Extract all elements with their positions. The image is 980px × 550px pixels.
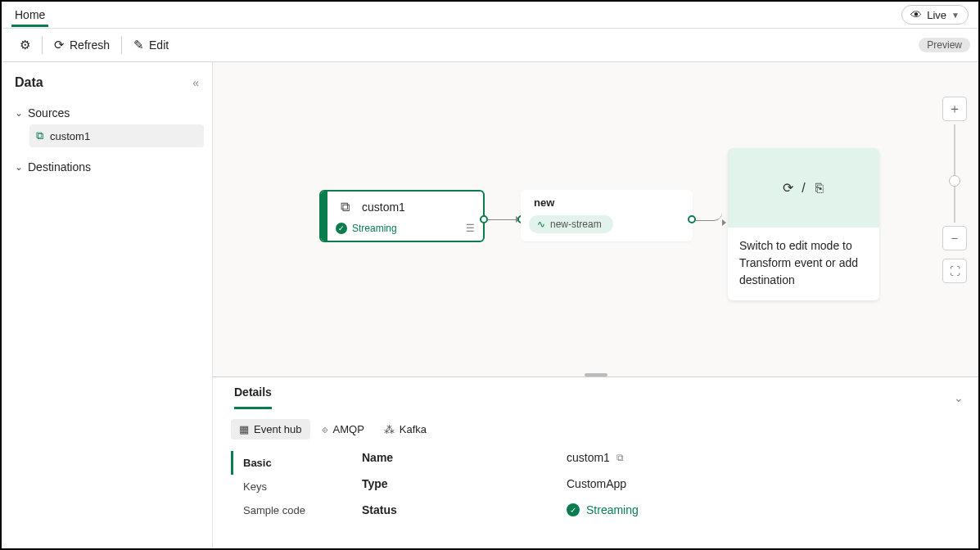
chevron-down-icon: ⌄ <box>15 161 23 173</box>
edge <box>488 219 517 220</box>
edit-icon: ✎ <box>133 38 144 52</box>
arrowhead-icon <box>722 219 726 226</box>
edge <box>696 211 722 221</box>
prop-name-label: Name <box>362 451 567 464</box>
sidebar-title: Data <box>15 75 43 90</box>
edit-button[interactable]: ✎ Edit <box>124 29 178 61</box>
eventhub-icon: ▦ <box>239 423 249 435</box>
details-panel: Details ⌄ ▦ Event hub ⟐ AMQP ⁂ Kafka <box>213 376 978 548</box>
node-status: Streaming <box>352 223 397 234</box>
node-output-port[interactable] <box>688 215 696 223</box>
protocol-tab-label: AMQP <box>333 423 364 435</box>
prop-status-label: Status <box>362 503 567 516</box>
node-title: custom1 <box>362 201 405 214</box>
preview-badge: Preview <box>919 38 970 52</box>
sidebar-destinations-header[interactable]: ⌄ Destinations <box>10 156 204 178</box>
node-destination-placeholder[interactable]: ⟳ / ⎘ Switch to edit mode to Transform e… <box>728 148 879 300</box>
node-title: new <box>534 196 684 209</box>
protocol-tab-label: Kafka <box>400 423 427 435</box>
divider <box>121 36 122 54</box>
divider <box>42 36 43 54</box>
edit-label: Edit <box>149 38 169 52</box>
subnav-keys[interactable]: Keys <box>231 475 337 498</box>
sidebar-sources-header[interactable]: ⌄ Sources <box>10 101 204 124</box>
stream-chip-label: new-stream <box>550 219 602 230</box>
stream-icon: ∿ <box>537 219 545 230</box>
kafka-icon: ⁂ <box>384 423 395 435</box>
flow-canvas[interactable]: ⧉ custom1 ✓ Streaming ☰ <box>213 62 978 376</box>
stream-chip[interactable]: ∿ new-stream <box>529 215 613 233</box>
sidebar-item-custom1[interactable]: ⧉ custom1 <box>29 124 204 147</box>
collapse-sidebar-icon[interactable]: « <box>192 76 199 89</box>
live-mode-toggle[interactable]: 👁 Live ▼ <box>901 5 969 25</box>
output-icon: ⎘ <box>812 181 827 196</box>
source-icon: ⧉ <box>36 129 43 142</box>
prop-type-label: Type <box>362 477 567 490</box>
tab-home[interactable]: Home <box>11 3 48 27</box>
source-node-icon: ⧉ <box>336 198 354 216</box>
settings-button[interactable]: ⚙ <box>10 29 40 61</box>
protocol-tab-label: Event hub <box>254 423 302 435</box>
refresh-label: Refresh <box>70 38 110 52</box>
transform-icon: ⟳ <box>780 181 795 196</box>
copy-icon[interactable]: ⧉ <box>616 452 624 463</box>
sidebar-item-label: custom1 <box>50 130 90 142</box>
destinations-label: Destinations <box>28 160 91 174</box>
eye-icon: 👁 <box>910 8 922 21</box>
sources-label: Sources <box>28 106 70 119</box>
prop-name-value: custom1 <box>567 451 610 464</box>
chevron-down-icon: ▼ <box>951 11 960 20</box>
node-accent-bar <box>321 192 327 241</box>
protocol-tab-amqp[interactable]: ⟐ AMQP <box>314 419 373 440</box>
refresh-button[interactable]: ⟳ Refresh <box>44 29 120 61</box>
zoom-out-button[interactable]: － <box>942 226 967 250</box>
node-menu-icon[interactable]: ☰ <box>466 223 475 234</box>
live-label: Live <box>927 9 946 21</box>
panel-resize-handle[interactable] <box>585 373 607 376</box>
node-dest-text: Switch to edit mode to Transform event o… <box>728 228 879 300</box>
status-check-icon: ✓ <box>567 503 580 516</box>
zoom-fit-button[interactable]: ⛶ <box>942 259 967 283</box>
sidebar: Data « ⌄ Sources ⧉ custom1 ⌄ Destination… <box>2 62 213 548</box>
zoom-slider-track[interactable] <box>954 124 955 223</box>
separator: / <box>802 181 805 196</box>
subnav-basic[interactable]: Basic <box>231 451 337 475</box>
gear-icon: ⚙ <box>20 38 30 52</box>
amqp-icon: ⟐ <box>322 423 328 435</box>
node-stream-new[interactable]: new ∿ new-stream <box>521 190 693 241</box>
prop-status-value: Streaming <box>586 503 639 516</box>
node-source-custom1[interactable]: ⧉ custom1 ✓ Streaming ☰ <box>319 190 485 242</box>
protocol-tab-kafka[interactable]: ⁂ Kafka <box>376 419 435 440</box>
prop-type-value: CustomApp <box>567 477 626 490</box>
chevron-down-icon: ⌄ <box>15 107 23 119</box>
zoom-slider-thumb[interactable] <box>949 175 960 187</box>
node-output-port[interactable] <box>480 215 488 223</box>
refresh-icon: ⟳ <box>54 38 65 52</box>
protocol-tab-eventhub[interactable]: ▦ Event hub <box>231 419 310 440</box>
details-tab[interactable]: Details <box>234 385 272 409</box>
collapse-details-icon[interactable]: ⌄ <box>954 391 964 404</box>
zoom-in-button[interactable]: ＋ <box>942 97 967 121</box>
status-check-icon: ✓ <box>336 223 347 234</box>
subnav-sample-code[interactable]: Sample code <box>231 498 337 522</box>
